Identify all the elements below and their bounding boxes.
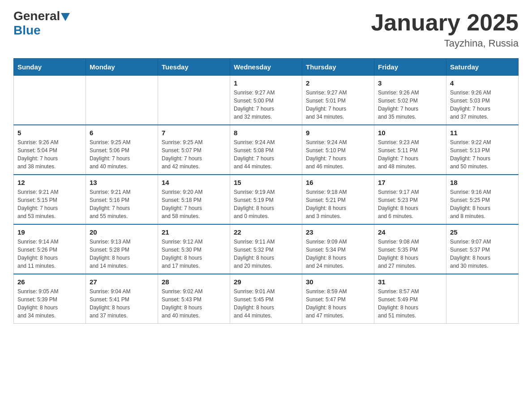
calendar-cell: 4Sunrise: 9:26 AM Sunset: 5:03 PM Daylig… — [446, 76, 519, 125]
calendar-cell — [446, 274, 519, 324]
logo-general: General — [13, 9, 60, 23]
day-number: 20 — [90, 228, 154, 236]
calendar-cell: 11Sunrise: 9:22 AM Sunset: 5:13 PM Dayli… — [446, 125, 519, 175]
calendar-cell: 19Sunrise: 9:14 AM Sunset: 5:26 PM Dayli… — [14, 224, 86, 274]
day-number: 18 — [450, 179, 515, 186]
day-info: Sunrise: 9:05 AM Sunset: 5:39 PM Dayligh… — [17, 287, 82, 320]
calendar-cell: 18Sunrise: 9:16 AM Sunset: 5:25 PM Dayli… — [446, 175, 519, 224]
day-number: 15 — [234, 179, 298, 186]
day-info: Sunrise: 9:25 AM Sunset: 5:06 PM Dayligh… — [90, 138, 154, 171]
week-row-4: 19Sunrise: 9:14 AM Sunset: 5:26 PM Dayli… — [14, 224, 519, 274]
calendar-cell: 5Sunrise: 9:26 AM Sunset: 5:04 PM Daylig… — [14, 125, 86, 175]
day-number: 9 — [306, 129, 370, 137]
day-number: 12 — [17, 179, 82, 186]
week-row-2: 5Sunrise: 9:26 AM Sunset: 5:04 PM Daylig… — [14, 125, 519, 175]
calendar-subtitle: Tayzhina, Russia — [371, 38, 519, 49]
logo-triangle-icon — [61, 13, 70, 21]
day-number: 17 — [378, 179, 442, 186]
day-info: Sunrise: 9:26 AM Sunset: 5:04 PM Dayligh… — [17, 138, 82, 171]
day-info: Sunrise: 9:09 AM Sunset: 5:34 PM Dayligh… — [306, 238, 370, 270]
day-info: Sunrise: 9:27 AM Sunset: 5:01 PM Dayligh… — [306, 89, 370, 121]
page-header: General Blue January 2025 Tayzhina, Russ… — [13, 9, 519, 49]
day-number: 31 — [378, 278, 442, 286]
day-number: 4 — [450, 79, 515, 87]
weekday-header-friday: Friday — [374, 59, 446, 76]
day-info: Sunrise: 9:25 AM Sunset: 5:07 PM Dayligh… — [162, 138, 226, 171]
day-info: Sunrise: 9:21 AM Sunset: 5:16 PM Dayligh… — [90, 188, 154, 220]
weekday-header-saturday: Saturday — [446, 59, 519, 76]
day-number: 16 — [306, 179, 370, 186]
calendar-cell: 9Sunrise: 9:24 AM Sunset: 5:10 PM Daylig… — [302, 125, 374, 175]
day-number: 13 — [90, 179, 154, 186]
day-info: Sunrise: 9:17 AM Sunset: 5:23 PM Dayligh… — [378, 188, 442, 220]
calendar-cell: 17Sunrise: 9:17 AM Sunset: 5:23 PM Dayli… — [374, 175, 446, 224]
calendar-cell: 1Sunrise: 9:27 AM Sunset: 5:00 PM Daylig… — [230, 76, 302, 125]
weekday-header-tuesday: Tuesday — [158, 59, 230, 76]
calendar-cell: 25Sunrise: 9:07 AM Sunset: 5:37 PM Dayli… — [446, 224, 519, 274]
calendar-cell: 22Sunrise: 9:11 AM Sunset: 5:32 PM Dayli… — [230, 224, 302, 274]
day-info: Sunrise: 9:26 AM Sunset: 5:02 PM Dayligh… — [378, 89, 442, 121]
weekday-header-row: SundayMondayTuesdayWednesdayThursdayFrid… — [14, 59, 519, 76]
calendar-cell: 26Sunrise: 9:05 AM Sunset: 5:39 PM Dayli… — [14, 274, 86, 324]
weekday-header-monday: Monday — [86, 59, 158, 76]
day-number: 25 — [450, 228, 515, 236]
day-number: 3 — [378, 79, 442, 87]
day-info: Sunrise: 9:20 AM Sunset: 5:18 PM Dayligh… — [162, 188, 226, 220]
day-info: Sunrise: 9:24 AM Sunset: 5:10 PM Dayligh… — [306, 138, 370, 171]
day-info: Sunrise: 9:24 AM Sunset: 5:08 PM Dayligh… — [234, 138, 298, 171]
calendar-cell: 8Sunrise: 9:24 AM Sunset: 5:08 PM Daylig… — [230, 125, 302, 175]
week-row-1: 1Sunrise: 9:27 AM Sunset: 5:00 PM Daylig… — [14, 76, 519, 125]
calendar-cell: 20Sunrise: 9:13 AM Sunset: 5:28 PM Dayli… — [86, 224, 158, 274]
day-info: Sunrise: 9:04 AM Sunset: 5:41 PM Dayligh… — [90, 287, 154, 320]
day-number: 1 — [234, 79, 298, 87]
calendar-cell: 30Sunrise: 8:59 AM Sunset: 5:47 PM Dayli… — [302, 274, 374, 324]
calendar-cell: 23Sunrise: 9:09 AM Sunset: 5:34 PM Dayli… — [302, 224, 374, 274]
calendar-cell: 24Sunrise: 9:08 AM Sunset: 5:35 PM Dayli… — [374, 224, 446, 274]
day-info: Sunrise: 9:08 AM Sunset: 5:35 PM Dayligh… — [378, 238, 442, 270]
calendar-cell: 27Sunrise: 9:04 AM Sunset: 5:41 PM Dayli… — [86, 274, 158, 324]
day-info: Sunrise: 9:27 AM Sunset: 5:00 PM Dayligh… — [234, 89, 298, 121]
day-number: 19 — [17, 228, 82, 236]
day-number: 7 — [162, 129, 226, 137]
calendar-cell: 13Sunrise: 9:21 AM Sunset: 5:16 PM Dayli… — [86, 175, 158, 224]
calendar-cell: 3Sunrise: 9:26 AM Sunset: 5:02 PM Daylig… — [374, 76, 446, 125]
logo-blue: Blue — [13, 23, 70, 38]
weekday-header-thursday: Thursday — [302, 59, 374, 76]
day-info: Sunrise: 9:13 AM Sunset: 5:28 PM Dayligh… — [90, 238, 154, 270]
calendar-cell: 31Sunrise: 8:57 AM Sunset: 5:49 PM Dayli… — [374, 274, 446, 324]
weekday-header-sunday: Sunday — [14, 59, 86, 76]
title-section: January 2025 Tayzhina, Russia — [371, 9, 519, 49]
day-number: 22 — [234, 228, 298, 236]
day-info: Sunrise: 8:57 AM Sunset: 5:49 PM Dayligh… — [378, 287, 442, 320]
day-info: Sunrise: 9:14 AM Sunset: 5:26 PM Dayligh… — [17, 238, 82, 270]
week-row-5: 26Sunrise: 9:05 AM Sunset: 5:39 PM Dayli… — [14, 274, 519, 324]
day-number: 28 — [162, 278, 226, 286]
day-number: 6 — [90, 129, 154, 137]
week-row-3: 12Sunrise: 9:21 AM Sunset: 5:15 PM Dayli… — [14, 175, 519, 224]
day-info: Sunrise: 9:22 AM Sunset: 5:13 PM Dayligh… — [450, 138, 515, 171]
day-number: 27 — [90, 278, 154, 286]
calendar-cell: 14Sunrise: 9:20 AM Sunset: 5:18 PM Dayli… — [158, 175, 230, 224]
calendar-cell — [86, 76, 158, 125]
day-info: Sunrise: 9:19 AM Sunset: 5:19 PM Dayligh… — [234, 188, 298, 220]
logo: General Blue — [13, 9, 70, 38]
day-info: Sunrise: 9:18 AM Sunset: 5:21 PM Dayligh… — [306, 188, 370, 220]
calendar-cell — [158, 76, 230, 125]
calendar-cell: 7Sunrise: 9:25 AM Sunset: 5:07 PM Daylig… — [158, 125, 230, 175]
day-info: Sunrise: 9:12 AM Sunset: 5:30 PM Dayligh… — [162, 238, 226, 270]
calendar-table: SundayMondayTuesdayWednesdayThursdayFrid… — [13, 58, 519, 324]
day-info: Sunrise: 9:07 AM Sunset: 5:37 PM Dayligh… — [450, 238, 515, 270]
day-info: Sunrise: 9:02 AM Sunset: 5:43 PM Dayligh… — [162, 287, 226, 320]
day-number: 23 — [306, 228, 370, 236]
day-number: 8 — [234, 129, 298, 137]
calendar-cell — [14, 76, 86, 125]
day-number: 29 — [234, 278, 298, 286]
day-info: Sunrise: 9:21 AM Sunset: 5:15 PM Dayligh… — [17, 188, 82, 220]
calendar-cell: 6Sunrise: 9:25 AM Sunset: 5:06 PM Daylig… — [86, 125, 158, 175]
day-number: 2 — [306, 79, 370, 87]
day-number: 24 — [378, 228, 442, 236]
calendar-title: January 2025 — [371, 9, 519, 36]
calendar-cell: 12Sunrise: 9:21 AM Sunset: 5:15 PM Dayli… — [14, 175, 86, 224]
day-info: Sunrise: 9:26 AM Sunset: 5:03 PM Dayligh… — [450, 89, 515, 121]
day-info: Sunrise: 9:11 AM Sunset: 5:32 PM Dayligh… — [234, 238, 298, 270]
